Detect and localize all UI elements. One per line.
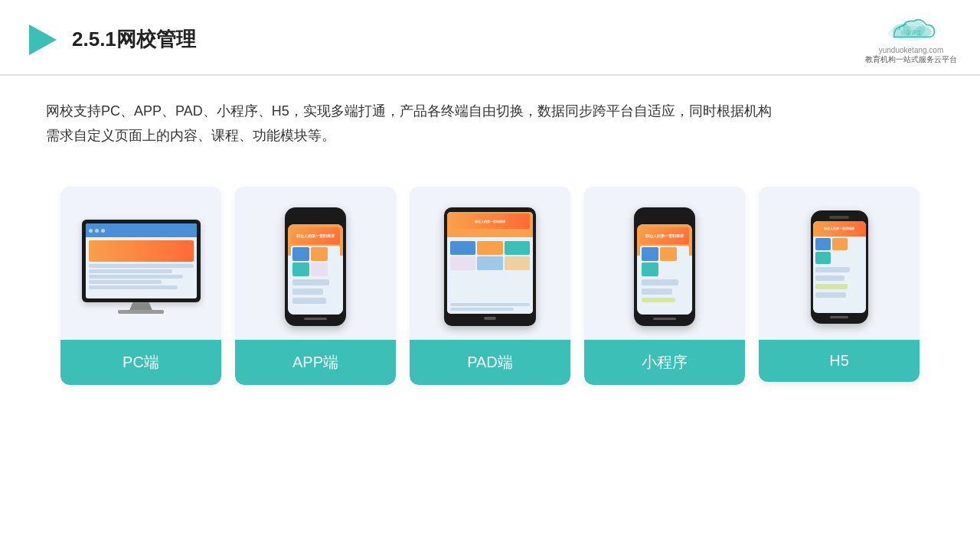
tablet-home-button [484, 317, 496, 320]
tablet-screen-inner: 职达人的第一堂职推课 [447, 212, 533, 314]
card-miniprogram: 职达人的第一堂职推课 [584, 187, 745, 385]
grid6 [505, 256, 530, 270]
card-pc: PC端 [60, 187, 221, 385]
pc-dot2 [95, 229, 99, 233]
pc-nav [86, 223, 197, 237]
card-h5: 职达人的第一堂职推课 [759, 187, 920, 385]
card-image-pc [60, 187, 221, 340]
grid4 [450, 256, 475, 270]
card-image-miniprogram: 职达人的第一堂职推课 [584, 187, 745, 340]
svg-text:云朵课堂: 云朵课堂 [900, 30, 922, 36]
svg-marker-0 [29, 24, 57, 55]
pc-screen-inner [86, 223, 197, 298]
phone-notch [305, 214, 326, 217]
card-pad: 职达人的第一堂职推课 [410, 187, 570, 385]
card-label-h5: H5 [759, 340, 920, 382]
mp-screen: 职达人的第一堂职推课 [637, 224, 692, 315]
phone-home-bar [304, 318, 327, 320]
pc-row4 [89, 280, 162, 284]
tablet-grid [450, 241, 530, 270]
mp-notch [654, 214, 675, 217]
pc-content [86, 237, 197, 292]
logo-tagline: 教育机构一站式服务云平台 [865, 54, 957, 65]
pc-row3 [89, 275, 183, 279]
pc-screen-outer [82, 220, 201, 302]
logo-url: yunduoketang.com [879, 46, 944, 54]
grid3 [505, 241, 530, 255]
card-app: 职达人的第一堂职推课 [235, 187, 396, 385]
pc-row5 [89, 285, 178, 289]
mp-home-bar [653, 318, 676, 320]
card-label-miniprogram: 小程序 [584, 340, 745, 385]
cards-section: PC端 职达人的第一堂职推课 [0, 164, 980, 400]
description-line2: 需求自定义页面上的内容、课程、功能模块等。 [46, 123, 934, 148]
page-title: 2.5.1网校管理 [72, 26, 196, 53]
pc-device [82, 220, 201, 314]
description-line1: 网校支持PC、APP、PAD、小程序、H5，实现多端打通，产品各终端自由切换，数… [46, 99, 934, 123]
phone-screen-content: 职达人的第一堂职推课 [288, 224, 343, 315]
grid5 [477, 256, 502, 270]
pc-row2 [89, 269, 173, 273]
play-icon [23, 21, 60, 58]
logo-icon: 云朵课堂 [880, 14, 942, 44]
pc-stand [129, 302, 152, 310]
pad-device: 职达人的第一堂职推课 [444, 207, 536, 326]
header: 2.5.1网校管理 云朵课堂 yunduoketang.com 教育机构一站式服… [0, 0, 980, 76]
grid1 [450, 241, 475, 255]
miniprogram-device: 职达人的第一堂职推课 [634, 207, 695, 326]
grid2 [477, 241, 502, 255]
card-label-pad: PAD端 [410, 340, 570, 385]
tablet-screen: 职达人的第一堂职推课 [447, 212, 533, 314]
card-image-app: 职达人的第一堂职推课 [235, 187, 396, 340]
card-image-pad: 职达人的第一堂职推课 [410, 187, 570, 340]
logo-area: 云朵课堂 yunduoketang.com 教育机构一站式服务云平台 [865, 14, 957, 65]
pc-banner [89, 240, 194, 262]
pc-row1 [89, 264, 194, 268]
pc-base [118, 310, 164, 314]
card-image-h5: 职达人的第一堂职推课 [759, 187, 920, 340]
h5-device: 职达人的第一堂职推课 [811, 210, 868, 324]
header-left: 2.5.1网校管理 [23, 21, 196, 58]
mp-screen-content: 职达人的第一堂职推课 [637, 224, 692, 315]
pc-rows [89, 264, 194, 289]
pc-dot1 [89, 229, 93, 233]
card-label-app: APP端 [235, 340, 396, 385]
description-block: 网校支持PC、APP、PAD、小程序、H5，实现多端打通，产品各终端自由切换，数… [0, 76, 980, 156]
card-label-pc: PC端 [60, 340, 221, 385]
pc-dot3 [101, 229, 105, 233]
phone-screen: 职达人的第一堂职推课 [288, 224, 343, 315]
app-device: 职达人的第一堂职推课 [285, 207, 346, 326]
